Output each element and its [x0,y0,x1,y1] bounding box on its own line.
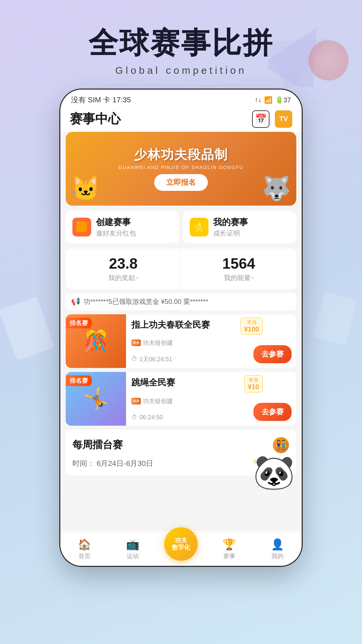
my-events-card[interactable]: ⭐ 我的赛事 成长证明 [183,211,296,243]
competition-icon: 🏆 [223,538,236,551]
comp-2-join-button[interactable]: 去参赛 [253,403,292,421]
notification-icon: 📢 [71,297,80,306]
banner-mascot-left: 🐱 [71,175,100,202]
profile-icon: 👤 [271,538,284,551]
energy-value: 1564 [185,255,293,272]
reward-stat[interactable]: 23.8 我的奖励 › [66,249,181,289]
my-events-info: 我的赛事 成长证明 [213,216,248,238]
weekly-title: 每周擂台赛 [72,438,123,452]
nav-competition[interactable]: 🏆 赛事 [205,538,253,560]
comp-1-prize-value: ¥100 [244,325,259,333]
energy-arrow: › [252,275,254,281]
my-events-icon: ⭐ [190,218,208,236]
banner-register-button[interactable]: 立即报名 [154,174,208,191]
app-header: 赛事中心 📅 TV [60,108,302,132]
reward-value: 23.8 [69,255,178,272]
status-signal: ↑↓ [255,96,261,104]
nav-home[interactable]: 🏠 首页 [60,538,109,560]
status-wifi: 📶 [264,96,273,104]
panda-mascot: 🐼 [253,452,295,492]
home-icon: 🏠 [78,538,91,551]
create-event-icon: 🟧 [72,218,91,236]
comp-2-prize-label: 奖池 [248,377,259,383]
status-battery: 🔋37 [275,96,291,104]
create-event-card[interactable]: 🟧 创建赛事 邀好友分红包 [66,211,179,243]
comp-1-tag: 排名赛 [66,318,92,328]
tv-button[interactable]: TV [275,110,292,128]
bg-circle-decoration [308,40,349,80]
comp-2-prize-value: ¥10 [248,383,259,391]
weekly-header: 每周擂台赛 👫 [72,436,290,454]
comp-1-title: 指上功夫春联全民赛 [131,319,291,331]
weekly-avatars: 👫 [272,436,290,454]
banner[interactable]: 🐱 少林功夫段品制 DUANWEI AND PINJIE OF SHAOLIN … [66,132,296,206]
nav-profile-label: 我的 [272,552,284,560]
create-event-title: 创建赛事 [96,216,136,228]
comp-2-thumb: 🤸 排名赛 [66,372,126,426]
reward-arrow: › [136,275,138,281]
nav-home-label: 首页 [78,552,90,560]
status-right: ↑↓ 📶 🔋37 [255,96,291,104]
comp-2-tag: 排名赛 [66,375,92,386]
nav-center-button[interactable]: 功夫数字化 [164,527,198,561]
banner-mascot-right: 🐺 [262,175,291,202]
bottom-nav: 🏠 首页 📺 运动 功夫数字化 🏆 赛事 👤 我的 [60,532,302,566]
create-event-info: 创建赛事 邀好友分红包 [96,216,136,238]
nav-sports[interactable]: 📺 运动 [109,538,157,560]
nav-kungfu-center[interactable]: 功夫数字化 [157,537,205,561]
notification-bar: 📢 功*******5已领取游戏赏金 ¥50.00 栗******* [66,293,296,310]
bg-paper-right [313,291,358,345]
nav-sports-label: 运动 [127,552,139,560]
banner-title-zh: 少林功夫段品制 [134,146,228,163]
energy-label: 我的能量 › [185,273,293,282]
header-icons: 📅 TV [252,110,292,128]
app-title: 赛事中心 [70,110,121,127]
sports-icon: 📺 [126,538,139,551]
comp-1-join-button[interactable]: 去参赛 [253,345,292,363]
comp-1-prize-label: 奖池 [244,319,259,325]
nav-profile[interactable]: 👤 我的 [253,538,302,560]
nav-competition-label: 赛事 [223,552,235,560]
my-events-title: 我的赛事 [213,216,248,228]
comp-1-prize: 奖池 ¥100 [241,318,263,335]
weekly-avatar-1: 👫 [272,436,290,454]
comp-2-title: 跳绳全民赛 [131,377,291,388]
reward-label: 我的奖励 › [69,273,178,282]
banner-title-en: DUANWEI AND PINJIE OF SHAOLIN GONGFU [119,165,243,170]
my-events-subtitle: 成长证明 [213,229,248,238]
competition-item-1[interactable]: 🎊 排名赛 指上功夫春联全民赛 功夫 功夫链创建 ⏱ 1天06:24:51 [66,314,296,368]
create-event-subtitle: 邀好友分红包 [96,229,136,238]
bg-paper-left [0,297,55,361]
comp-1-thumb: 🎊 排名赛 [66,314,126,368]
phone-mockup: 没有 SIM 卡 17:35 ↑↓ 📶 🔋37 赛事中心 📅 TV 🐱 少林功夫… [60,90,302,566]
comp-2-prize: 奖池 ¥10 [244,375,263,392]
status-bar: 没有 SIM 卡 17:35 ↑↓ 📶 🔋37 [60,90,302,108]
calendar-icon-button[interactable]: 📅 [252,110,269,128]
weekly-date: 时间： 6月24日-6月30日 [72,459,153,469]
stats-row: 23.8 我的奖励 › 1564 我的能量 › [66,249,296,289]
competition-item-2[interactable]: 🤸 排名赛 跳绳全民赛 功夫 功夫链创建 ⏱ 06:24:50 奖池 [66,372,296,426]
banner-inner: 少林功夫段品制 DUANWEI AND PINJIE OF SHAOLIN GO… [119,146,243,191]
energy-stat[interactable]: 1564 我的能量 › [181,249,297,289]
notification-text: 功*******5已领取游戏赏金 ¥50.00 栗******* [83,297,291,306]
action-cards-row: 🟧 创建赛事 邀好友分红包 ⭐ 我的赛事 成长证明 [66,211,296,243]
comp-1-logo: 功夫 [131,339,141,346]
status-carrier: 没有 SIM 卡 17:35 [71,95,131,105]
comp-2-logo: 功夫 [131,398,141,405]
